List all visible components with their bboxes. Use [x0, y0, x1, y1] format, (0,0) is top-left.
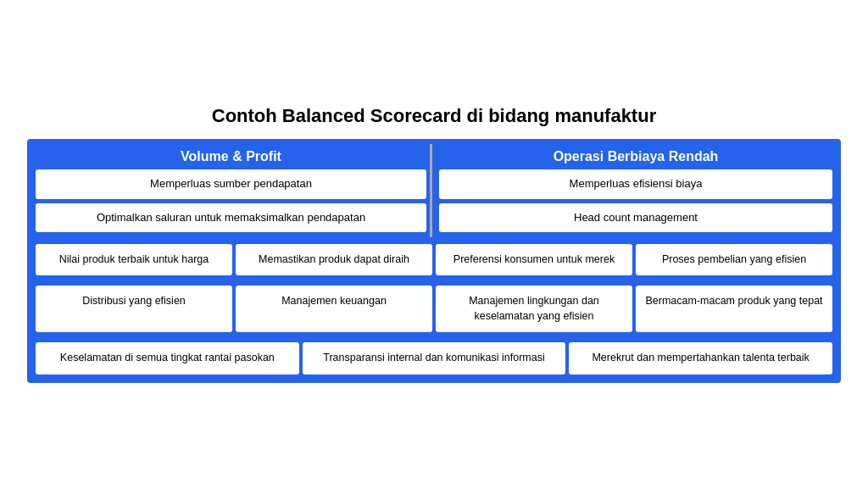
row2-card-0: Nilai produk terbaik untuk harga [36, 244, 232, 276]
row3-card-1: Manajemen keuangan [236, 286, 432, 332]
col-operasi: Operasi Berbiaya Rendah Memperluas efisi… [436, 144, 836, 236]
row2-card-2: Preferensi konsumen untuk merek [436, 244, 632, 276]
col2-cards: Memperluas efisiensi biaya Head count ma… [439, 169, 832, 231]
row3: Distribusi yang efisien Manajemen keuang… [36, 286, 832, 332]
row4: Keselamatan di semua tingkat rantai paso… [36, 342, 832, 374]
page-title: Contoh Balanced Scorecard di bidang manu… [27, 105, 841, 127]
row4-card-2: Merekrut dan mempertahankan talenta terb… [569, 342, 832, 374]
row2: Nilai produk terbaik untuk harga Memasti… [36, 244, 832, 276]
row2-bg: Nilai produk terbaik untuk harga Memasti… [32, 241, 836, 280]
row4-bg: Keselamatan di semua tingkat rantai paso… [32, 339, 836, 378]
row3-card-2: Manajemen lingkungan dan keselamatan yan… [436, 286, 632, 332]
card-col1-0: Memperluas sumber pendapatan [36, 169, 426, 198]
col-volume-profit: Volume & Profit Memperluas sumber pendap… [32, 144, 432, 236]
scorecard: Volume & Profit Memperluas sumber pendap… [27, 139, 841, 382]
header-row: Volume & Profit Memperluas sumber pendap… [32, 144, 836, 236]
row3-card-0: Distribusi yang efisien [36, 286, 232, 332]
row3-card-3: Bermacam-macam produk yang tepat [636, 286, 832, 332]
row2-card-1: Memastikan produk dapat diraih [236, 244, 432, 276]
card-col2-1: Head count management [439, 203, 832, 232]
card-col1-1: Optimalkan saluran untuk memaksimalkan p… [36, 203, 426, 232]
card-col2-0: Memperluas efisiensi biaya [439, 169, 832, 198]
col2-title: Operasi Berbiaya Rendah [439, 149, 832, 164]
row4-card-1: Transparansi internal dan komunikasi inf… [303, 342, 566, 374]
col1-cards: Memperluas sumber pendapatan Optimalkan … [36, 169, 426, 231]
row2-card-3: Proses pembelian yang efisien [636, 244, 832, 276]
row3-bg: Distribusi yang efisien Manajemen keuang… [32, 282, 836, 336]
col1-title: Volume & Profit [36, 149, 426, 164]
row4-card-0: Keselamatan di semua tingkat rantai paso… [36, 342, 299, 374]
